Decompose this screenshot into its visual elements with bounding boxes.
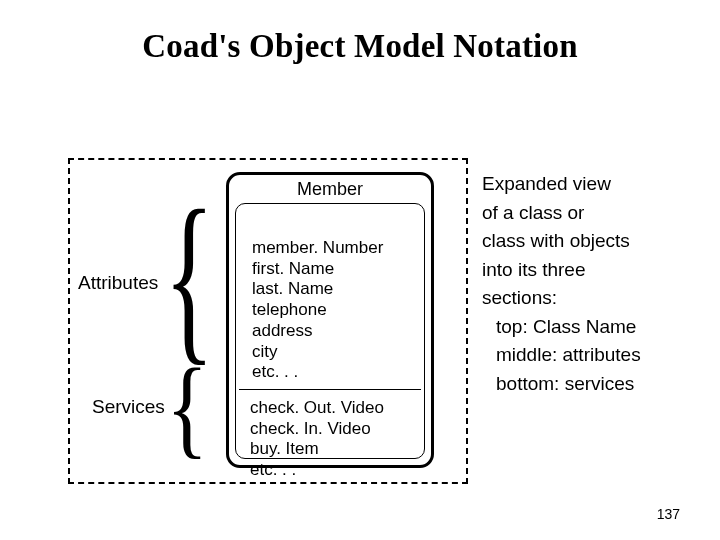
page-number: 137 <box>657 506 680 522</box>
desc-line: bottom: services <box>482 370 702 399</box>
desc-line: class with objects <box>482 230 630 251</box>
attributes-list: member. Number first. Name last. Name te… <box>252 238 383 383</box>
desc-line: Expanded view <box>482 173 611 194</box>
desc-line: into its three <box>482 259 586 280</box>
brace-services: { <box>166 352 208 462</box>
desc-line: sections: <box>482 287 557 308</box>
description-text: Expanded view of a class or class with o… <box>482 170 702 398</box>
class-outer-box: Member member. Number first. Name last. … <box>226 172 434 468</box>
desc-line: middle: attributes <box>482 341 702 370</box>
class-section-divider <box>239 389 421 390</box>
class-name: Member <box>229 179 431 200</box>
slide-title: Coad's Object Model Notation <box>0 0 720 65</box>
class-inner-box: member. Number first. Name last. Name te… <box>235 203 425 459</box>
services-list: check. Out. Video check. In. Video buy. … <box>250 398 384 481</box>
attributes-label: Attributes <box>78 272 158 294</box>
brace-attributes: { <box>164 182 214 371</box>
desc-line: of a class or <box>482 202 584 223</box>
desc-line: top: Class Name <box>482 313 702 342</box>
services-label: Services <box>92 396 165 418</box>
